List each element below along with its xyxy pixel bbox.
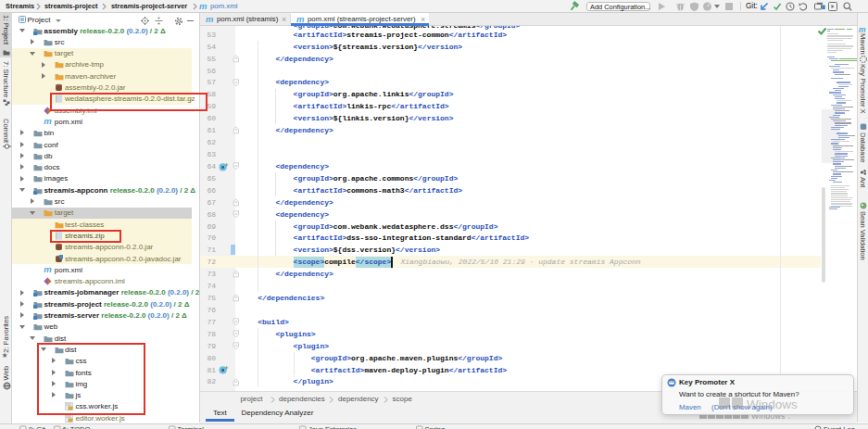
svg-text:101: 101 bbox=[66, 415, 71, 419]
